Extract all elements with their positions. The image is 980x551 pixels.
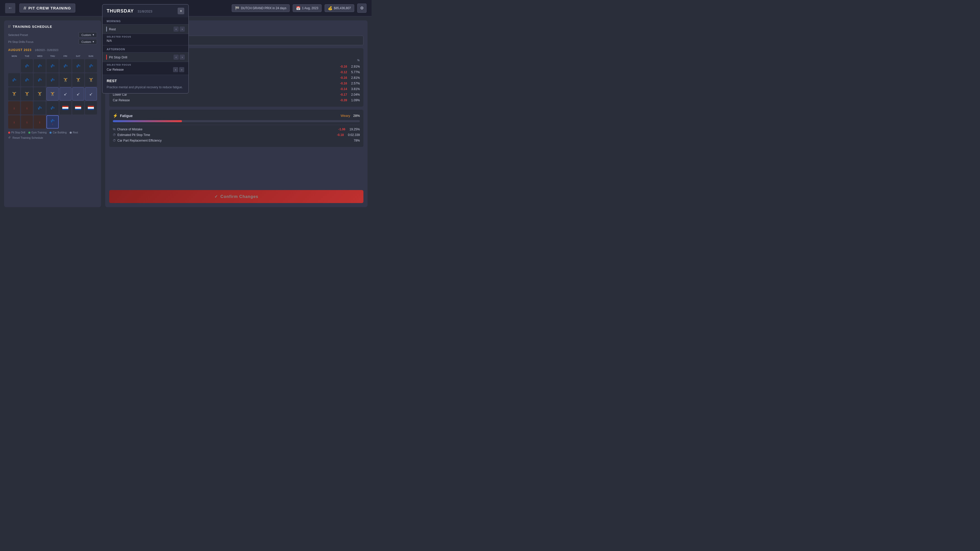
activity-bar-red (106, 55, 107, 60)
main-content: // TRAINING SCHEDULE Selected Preset Cus… (0, 16, 372, 211)
cal-cell[interactable]: ↓ (21, 101, 33, 114)
cal-cell[interactable]: ↓ (21, 115, 33, 129)
cal-cell[interactable]: ↓ (8, 115, 20, 129)
stats-chance-of-mistake: % Chance of Mistake -1.06 19.25% (113, 127, 360, 132)
day-wed: WED (34, 54, 46, 58)
cal-cell[interactable]: 🏋 (34, 87, 46, 100)
modal-close-button[interactable]: × (178, 8, 184, 14)
selected-preset-row: Selected Preset Custom ▾ (8, 32, 97, 38)
cal-cell[interactable]: 💤 (46, 101, 59, 114)
date-badge: 📅 1 Aug, 2023 (293, 4, 321, 12)
focus-dropdown[interactable]: Custom ▾ (79, 39, 97, 44)
money-icon: 💰 (328, 6, 332, 10)
modal-title-group: THURSDAY 31/8/2023 (107, 8, 152, 14)
cal-cell[interactable]: 💤 (59, 59, 72, 73)
cal-cell[interactable]: 🏋 (46, 87, 59, 100)
fatigue-section: ⚡ Fatigue Weary 28% % Chance of Mistake (109, 110, 363, 147)
cal-cell[interactable]: ↓ (34, 115, 46, 129)
reset-button[interactable]: ↺ Reset Training Schedule (8, 136, 97, 139)
settings-button[interactable]: ⚙ (357, 3, 366, 13)
chevron-down-icon: ▾ (93, 33, 94, 37)
morning-next-button[interactable]: › (180, 27, 185, 32)
modal-header: THURSDAY 31/8/2023 × (103, 5, 188, 17)
calendar-icon: 📅 (296, 6, 301, 10)
cal-cell[interactable]: 💤 (72, 59, 84, 73)
cal-cell[interactable]: 💤 (21, 73, 33, 86)
afternoon-prev-button[interactable]: ‹ (173, 55, 179, 60)
afternoon-nav[interactable]: ‹ › (173, 55, 185, 60)
summary-row-car-release: Car Release -0.39 1.09% (113, 97, 360, 103)
stats-pit-stop-time: ⏱ Estimated Pit Stop Time -0.18 0:02.339 (113, 132, 360, 138)
cal-cell[interactable]: 🏋 (72, 73, 84, 86)
activity-bar (106, 27, 107, 32)
cal-cell[interactable]: ↓ (8, 101, 20, 114)
panel-title: // TRAINING SCHEDULE (8, 24, 97, 29)
day-tue: TUE (21, 54, 33, 58)
cal-cell[interactable]: 💤 (85, 59, 97, 73)
percentage-icon: % (357, 59, 360, 62)
topbar-info: 🏁 DUTCH GRAND PRIX in 24 days 📅 1 Aug, 2… (232, 3, 366, 13)
stats-icon-3: ⏱ (113, 139, 116, 142)
morning-activity-select[interactable]: Rest ‹ › (103, 24, 188, 34)
preset-dropdown[interactable]: Custom ▾ (79, 32, 97, 38)
confirm-icon: ✓ (215, 194, 218, 199)
back-button[interactable]: ← (5, 3, 15, 13)
app-title: // PIT CREW TRAINING (19, 3, 75, 13)
training-schedule-panel: // TRAINING SCHEDULE Selected Preset Cus… (4, 21, 101, 207)
cal-cell[interactable]: 🏋 (85, 73, 97, 86)
day-fri: FRI (59, 54, 72, 58)
focus-nav[interactable]: ‹ › (173, 67, 184, 72)
legend-dot-gym (28, 132, 30, 134)
afternoon-next-button[interactable]: › (180, 55, 185, 60)
cal-cell[interactable]: ↙ (59, 87, 72, 100)
cal-cell[interactable]: 💤 (8, 73, 20, 86)
budget-badge: 💰 $85,436,807 (325, 4, 354, 12)
calendar-grid: 💤 💤 💤 💤 💤 💤 💤 💤 💤 💤 🏋 🏋 🏋 🏋 🏋 🏋 🏋 ↙ ↙ ↙ (8, 59, 97, 129)
legend-dot-pit (8, 132, 10, 134)
afternoon-focus-value: Car Release ‹ › (107, 67, 184, 72)
day-mon: MON (8, 54, 21, 58)
afternoon-activity-text: Pit Stop Drill (106, 55, 127, 60)
stats-icon-2: ⏱ (113, 133, 116, 137)
day-thu: THU (46, 54, 59, 58)
legend-dot-rest (70, 132, 72, 134)
cal-cell[interactable] (72, 101, 84, 114)
cal-cell[interactable]: 💤 (46, 59, 59, 73)
cal-cell[interactable]: 💤 (34, 59, 46, 73)
legend: Pit Stop Drill Gym Training Car Building… (8, 131, 97, 134)
confirm-changes-button[interactable]: ✓ Confirm Changes (109, 190, 363, 203)
legend-rest: Rest (70, 131, 78, 134)
fatigue-bar (113, 120, 360, 122)
afternoon-activity-select[interactable]: Pit Stop Drill ‹ › (103, 52, 188, 62)
title-icon: // (24, 6, 26, 10)
calendar-header: AUGUST 2023 1/8/2023 - 31/8/2023 (8, 48, 97, 52)
modal-container: THURSDAY 31/8/2023 × MORNING Rest ‹ › SE… (102, 4, 189, 94)
cal-cell[interactable] (85, 101, 97, 114)
stats-car-part-replacement: ⏱ Car Part Replacement Efficiency 78% (113, 138, 360, 143)
cal-cell[interactable]: 💤 (34, 101, 46, 114)
cal-cell[interactable]: 🏋 (21, 87, 33, 100)
cal-cell[interactable]: 💤 (46, 73, 59, 86)
cal-cell-empty (59, 115, 72, 129)
focus-prev-button[interactable]: ‹ (173, 67, 178, 72)
morning-focus-value: N/A (107, 39, 184, 43)
focus-next-button[interactable]: › (179, 67, 184, 72)
legend-dot-car (49, 132, 52, 134)
panel-title-icon: // (8, 24, 11, 29)
cal-cell[interactable]: ↙ (85, 87, 97, 100)
cal-cell[interactable]: 🏋 (8, 87, 20, 100)
reset-icon: ↺ (8, 136, 11, 139)
day-sat: SAT (72, 54, 84, 58)
afternoon-focus-section: SELECTED FOCUS Car Release ‹ › (103, 62, 188, 75)
cal-cell[interactable]: 💤 (21, 59, 33, 73)
morning-prev-button[interactable]: ‹ (173, 27, 179, 32)
cal-cell[interactable]: ↙ (72, 87, 84, 100)
cal-cell-selected[interactable]: 💤 ↓ (46, 115, 59, 129)
cal-cell[interactable]: 💤 (34, 73, 46, 86)
cal-cell[interactable] (59, 101, 72, 114)
cal-cell[interactable]: 🏋 (59, 73, 72, 86)
morning-nav[interactable]: ‹ › (173, 27, 185, 32)
race-badge: 🏁 DUTCH GRAND PRIX in 24 days (232, 4, 290, 12)
cal-cell-empty (8, 59, 20, 73)
afternoon-label: AFTERNOON (103, 45, 188, 52)
